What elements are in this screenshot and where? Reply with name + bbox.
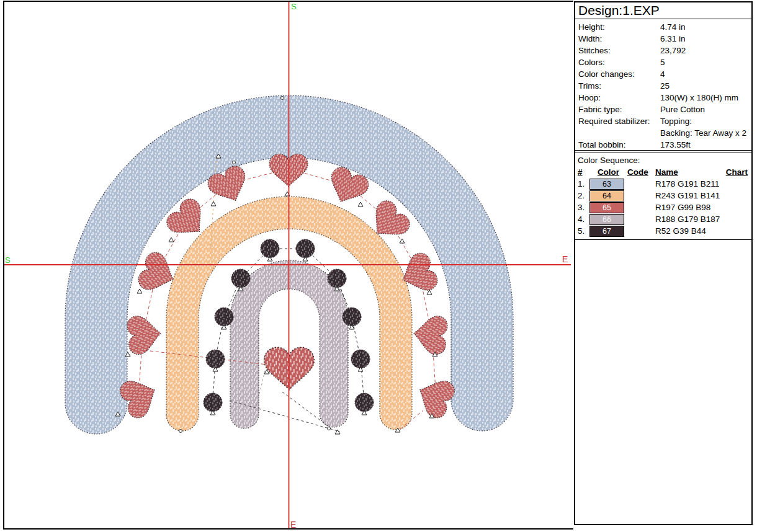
panel-empty-area (575, 240, 751, 524)
heart-right-4 (412, 314, 448, 355)
info-row-colors: Colors: 5 (578, 56, 751, 68)
design-canvas[interactable]: S S E E (0, 0, 574, 532)
end-marker-bottom: E (290, 520, 296, 530)
info-row-total-bobbin: Total bobbin: 173.55ft (578, 139, 751, 151)
info-row-trims: Trims: 25 (578, 80, 751, 92)
design-info-panel: Design:1.EXP Height: 4.74 in Width: 6.31… (574, 1, 753, 525)
color-sequence-row-3: 3. 65 R197 G99 B98 (578, 202, 751, 213)
color-sequence-table: Color Sequence: # Color Code Name Chart … (575, 153, 751, 240)
info-row-hoop: Hoop: 130(W) x 180(H) mm (578, 92, 751, 104)
color-swatch: 67 (589, 226, 624, 237)
stabilizer-backing: Backing: Tear Away x 2 (660, 128, 746, 138)
design-title: Design:1.EXP (575, 2, 751, 19)
color-swatch: 66 (589, 214, 624, 225)
info-row-stitches: Stitches: 23,792 (578, 45, 751, 56)
info-row-fabric-type: Fabric type: Pure Cotton (578, 104, 751, 115)
color-sequence-row-5: 5. 67 R52 G39 B44 (578, 225, 751, 237)
color-sequence-row-1: 1. 63 R178 G191 B211 (578, 178, 751, 190)
start-marker-top: S (291, 2, 297, 11)
color-swatch: 64 (589, 190, 624, 202)
info-row-color-changes: Color changes: 4 (578, 68, 751, 80)
info-row-stabilizer: Required stabilizer: Topping: Backing: T… (578, 115, 751, 139)
info-row-height: Height: 4.74 in (578, 21, 751, 33)
end-marker-right: E (562, 254, 568, 264)
color-swatch: 63 (589, 179, 624, 190)
heart-left-4 (127, 314, 163, 355)
color-sequence-header-row: # Color Code Name Chart (578, 166, 751, 178)
stabilizer-topping: Topping: (660, 117, 692, 126)
color-sequence-row-4: 4. 66 R188 G179 B187 (578, 213, 751, 225)
color-swatch: 65 (589, 202, 624, 213)
color-sequence-row-2: 2. 64 R243 G191 B141 (578, 190, 751, 202)
info-row-width: Width: 6.31 in (578, 33, 751, 45)
design-info-table: Height: 4.74 in Width: 6.31 in Stitches:… (575, 19, 751, 151)
embroidery-viewer-window: { "canvas": { "crosshair": { "start_labe… (0, 0, 757, 532)
color-sequence-heading: Color Sequence: (578, 154, 751, 166)
start-marker-left: S (5, 255, 11, 265)
